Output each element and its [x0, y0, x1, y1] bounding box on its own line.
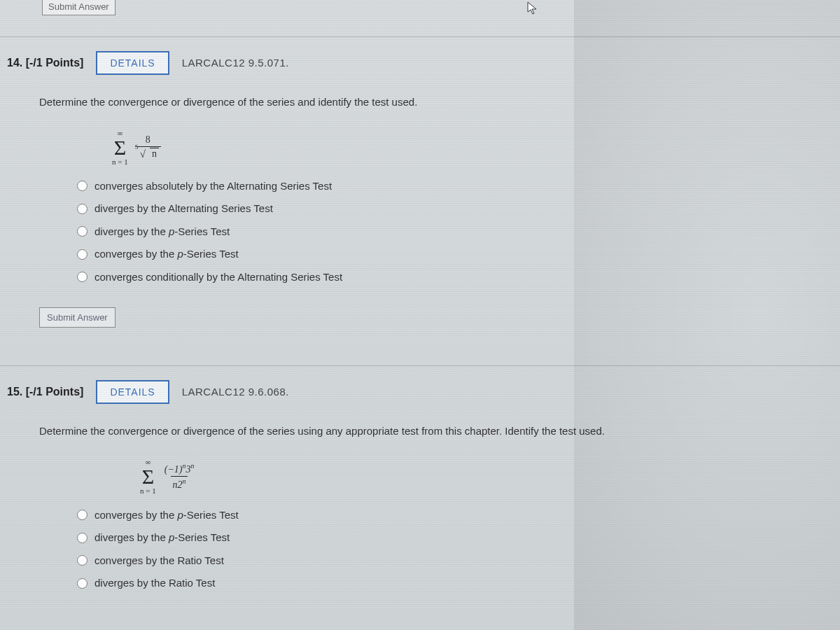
option-3-post: -Series Test: [174, 225, 230, 237]
option-3[interactable]: diverges by the p-Series Test: [77, 224, 840, 240]
option-2[interactable]: diverges by the p-Series Test: [77, 530, 840, 546]
submit-answer-button[interactable]: Submit Answer: [39, 307, 115, 328]
option-1-ital: p: [177, 509, 183, 521]
sigma-symbol: Σ: [114, 137, 126, 158]
option-4-pre: converges by the: [94, 248, 177, 260]
option-4-post: -Series Test: [183, 248, 239, 260]
option-3-ital: p: [169, 225, 174, 237]
option-1-radio[interactable]: [77, 181, 88, 191]
option-4-label: diverges by the Ratio Test: [94, 575, 215, 592]
option-2-radio[interactable]: [77, 204, 88, 214]
option-2-pre: diverges by the: [94, 531, 169, 543]
question-number-text: 15.: [7, 386, 22, 398]
option-5-radio[interactable]: [77, 272, 88, 282]
question-14: 14. [-/1 Points] DETAILS LARCALC12 9.5.0…: [0, 36, 840, 346]
sigma-lower: n = 1: [140, 487, 156, 495]
question-number: 15. [-/1 Points]: [7, 384, 83, 400]
option-2[interactable]: diverges by the Alternating Series Test: [77, 201, 840, 217]
radicand: n: [150, 148, 159, 159]
source-reference: LARCALC12 9.5.071.: [182, 55, 289, 71]
details-button[interactable]: DETAILS: [96, 51, 169, 75]
root-index: 5: [135, 144, 139, 150]
question-15-options: converges by the p-Series Test diverges …: [0, 507, 840, 592]
option-4-ital: p: [177, 248, 183, 260]
option-1-post: -Series Test: [183, 509, 239, 521]
option-2-label: diverges by the p-Series Test: [94, 530, 230, 546]
submit-answer-prev-button[interactable]: Submit Answer: [42, 0, 115, 15]
option-1[interactable]: converges by the p-Series Test: [77, 507, 840, 524]
option-3-radio[interactable]: [77, 226, 88, 237]
option-1-radio[interactable]: [77, 510, 88, 520]
option-1-label: converges absolutely by the Alternating …: [94, 178, 332, 195]
option-3-radio[interactable]: [77, 555, 88, 566]
option-3-label: converges by the Ratio Test: [94, 553, 224, 569]
fraction: 8 5 √n: [135, 134, 161, 160]
sigma-lower: n = 1: [112, 158, 128, 166]
option-2-label: diverges by the Alternating Series Test: [94, 201, 273, 217]
root: 5 √n: [137, 148, 159, 160]
question-14-formula: ∞ Σ n = 1 8 5 √n: [0, 125, 840, 166]
question-points: [-/1 Points]: [26, 386, 84, 398]
question-14-prompt: Determine the convergence or divergence …: [0, 94, 840, 111]
question-number-text: 14.: [7, 57, 22, 69]
details-button[interactable]: DETAILS: [96, 380, 169, 404]
option-5-label: converges conditionally by the Alternati…: [94, 270, 342, 286]
question-15-header: 15. [-/1 Points] DETAILS LARCALC12 9.6.0…: [0, 380, 840, 404]
option-1-label: converges by the p-Series Test: [94, 507, 239, 524]
fraction-denominator: 5 √n: [135, 146, 161, 160]
sigma-icon: ∞ Σ n = 1: [140, 458, 156, 495]
option-1[interactable]: converges absolutely by the Alternating …: [77, 178, 840, 195]
question-15-prompt: Determine the convergence or divergence …: [0, 424, 840, 440]
option-4-label: converges by the p-Series Test: [94, 246, 239, 262]
sigma-icon: ∞ Σ n = 1: [112, 130, 128, 166]
option-4-radio[interactable]: [77, 578, 88, 589]
option-4[interactable]: converges by the p-Series Test: [77, 246, 840, 262]
option-4[interactable]: diverges by the Ratio Test: [77, 575, 840, 592]
question-points: [-/1 Points]: [26, 57, 84, 69]
fraction-numerator: (−1)n3n: [163, 462, 196, 476]
source-reference: LARCALC12 9.6.068.: [182, 384, 289, 400]
question-number: 14. [-/1 Points]: [7, 55, 83, 71]
question-14-header: 14. [-/1 Points] DETAILS LARCALC12 9.5.0…: [0, 51, 840, 75]
option-3-label: diverges by the p-Series Test: [94, 224, 230, 240]
option-2-ital: p: [169, 531, 174, 543]
option-5[interactable]: converges conditionally by the Alternati…: [77, 270, 840, 286]
question-14-options: converges absolutely by the Alternating …: [0, 178, 840, 286]
option-2-post: -Series Test: [174, 531, 230, 543]
fraction: (−1)n3n n2n: [163, 462, 196, 491]
option-4-radio[interactable]: [77, 249, 88, 260]
option-3[interactable]: converges by the Ratio Test: [77, 553, 840, 569]
cursor-icon: [527, 1, 538, 15]
fraction-denominator: n2n: [171, 476, 188, 491]
question-15: 15. [-/1 Points] DETAILS LARCALC12 9.6.0…: [0, 365, 840, 610]
radical-icon: √: [140, 148, 146, 160]
sigma-symbol: Σ: [142, 466, 154, 487]
option-3-pre: diverges by the: [94, 225, 169, 237]
option-2-radio[interactable]: [77, 533, 88, 543]
question-15-formula: ∞ Σ n = 1 (−1)n3n n2n: [0, 454, 840, 495]
option-1-pre: converges by the: [94, 509, 177, 521]
fraction-numerator: 8: [144, 134, 152, 146]
page: Submit Answer 14. [-/1 Points] DETAILS L…: [0, 0, 840, 630]
